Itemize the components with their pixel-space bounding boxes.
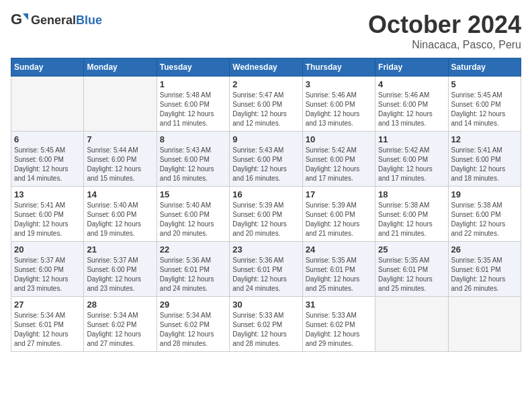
day-info: Sunrise: 5:36 AMSunset: 6:01 PMDaylight:… (160, 256, 226, 293)
day-info: Sunrise: 5:39 AMSunset: 6:00 PMDaylight:… (232, 201, 299, 238)
calendar-week-row: 13Sunrise: 5:41 AMSunset: 6:00 PMDayligh… (11, 187, 521, 242)
calendar-cell (448, 297, 521, 352)
svg-marker-1 (23, 13, 28, 20)
weekday-header-wednesday: Wednesday (230, 58, 302, 77)
day-info: Sunrise: 5:33 AMSunset: 6:02 PMDaylight:… (232, 311, 299, 349)
day-info: Sunrise: 5:38 AMSunset: 6:00 PMDaylight:… (378, 201, 445, 238)
calendar-cell: 27Sunrise: 5:34 AMSunset: 6:01 PMDayligh… (11, 297, 84, 352)
day-info: Sunrise: 5:41 AMSunset: 6:00 PMDaylight:… (14, 201, 81, 238)
day-number: 13 (14, 189, 81, 199)
calendar-week-row: 6Sunrise: 5:45 AMSunset: 6:00 PMDaylight… (11, 132, 521, 187)
weekday-header-monday: Monday (84, 58, 157, 77)
day-number: 21 (87, 244, 153, 255)
calendar-cell: 6Sunrise: 5:45 AMSunset: 6:00 PMDaylight… (11, 132, 84, 187)
day-info: Sunrise: 5:45 AMSunset: 6:00 PMDaylight:… (14, 146, 81, 183)
day-info: Sunrise: 5:34 AMSunset: 6:02 PMDaylight:… (87, 311, 153, 349)
calendar-cell: 31Sunrise: 5:33 AMSunset: 6:02 PMDayligh… (302, 297, 375, 352)
logo-blue-text: Blue (76, 13, 102, 27)
day-number: 11 (378, 134, 445, 144)
day-info: Sunrise: 5:34 AMSunset: 6:02 PMDaylight:… (160, 311, 226, 349)
day-number: 25 (378, 244, 445, 255)
day-info: Sunrise: 5:41 AMSunset: 6:00 PMDaylight:… (451, 146, 518, 183)
calendar-cell: 1Sunrise: 5:48 AMSunset: 6:00 PMDaylight… (157, 77, 229, 132)
day-info: Sunrise: 5:40 AMSunset: 6:00 PMDaylight:… (87, 201, 153, 238)
day-number: 22 (160, 244, 226, 255)
day-info: Sunrise: 5:35 AMSunset: 6:01 PMDaylight:… (451, 256, 518, 293)
day-info: Sunrise: 5:42 AMSunset: 6:00 PMDaylight:… (306, 146, 372, 183)
day-info: Sunrise: 5:48 AMSunset: 6:00 PMDaylight:… (160, 91, 226, 128)
day-number: 3 (306, 79, 372, 89)
day-number: 18 (378, 189, 445, 199)
calendar-cell: 21Sunrise: 5:37 AMSunset: 6:00 PMDayligh… (84, 242, 157, 297)
calendar-cell: 13Sunrise: 5:41 AMSunset: 6:00 PMDayligh… (11, 187, 84, 242)
calendar-cell: 29Sunrise: 5:34 AMSunset: 6:02 PMDayligh… (157, 297, 229, 352)
day-info: Sunrise: 5:34 AMSunset: 6:01 PMDaylight:… (14, 311, 81, 349)
calendar-body: 1Sunrise: 5:48 AMSunset: 6:00 PMDaylight… (11, 77, 521, 352)
weekday-header-thursday: Thursday (302, 58, 375, 77)
calendar-cell: 17Sunrise: 5:39 AMSunset: 6:00 PMDayligh… (302, 187, 375, 242)
calendar-cell: 18Sunrise: 5:38 AMSunset: 6:00 PMDayligh… (375, 187, 448, 242)
calendar-cell: 14Sunrise: 5:40 AMSunset: 6:00 PMDayligh… (84, 187, 157, 242)
day-number: 2 (232, 79, 299, 89)
month-title: October 2024 (368, 11, 521, 39)
day-number: 19 (451, 189, 518, 199)
calendar-cell: 5Sunrise: 5:45 AMSunset: 6:00 PMDaylight… (448, 77, 521, 132)
day-info: Sunrise: 5:47 AMSunset: 6:00 PMDaylight:… (232, 91, 299, 128)
calendar-cell: 30Sunrise: 5:33 AMSunset: 6:02 PMDayligh… (230, 297, 302, 352)
calendar-cell: 25Sunrise: 5:35 AMSunset: 6:01 PMDayligh… (375, 242, 448, 297)
day-number: 5 (451, 79, 518, 89)
calendar-week-row: 20Sunrise: 5:37 AMSunset: 6:00 PMDayligh… (11, 242, 521, 297)
day-number: 30 (232, 300, 299, 310)
calendar-cell: 2Sunrise: 5:47 AMSunset: 6:00 PMDaylight… (230, 77, 302, 132)
calendar-cell: 23Sunrise: 5:36 AMSunset: 6:01 PMDayligh… (230, 242, 302, 297)
day-number: 12 (451, 134, 518, 144)
day-info: Sunrise: 5:44 AMSunset: 6:00 PMDaylight:… (87, 146, 153, 183)
day-number: 10 (306, 134, 372, 144)
day-number: 20 (14, 244, 81, 255)
day-number: 24 (306, 244, 372, 255)
day-number: 9 (232, 134, 299, 144)
calendar-cell: 12Sunrise: 5:41 AMSunset: 6:00 PMDayligh… (448, 132, 521, 187)
day-number: 17 (306, 189, 372, 199)
day-number: 26 (451, 244, 518, 255)
day-info: Sunrise: 5:42 AMSunset: 6:00 PMDaylight:… (378, 146, 445, 183)
calendar-week-row: 27Sunrise: 5:34 AMSunset: 6:01 PMDayligh… (11, 297, 521, 352)
day-info: Sunrise: 5:38 AMSunset: 6:00 PMDaylight:… (451, 201, 518, 238)
calendar-cell: 19Sunrise: 5:38 AMSunset: 6:00 PMDayligh… (448, 187, 521, 242)
calendar-cell (11, 77, 84, 132)
calendar-header: SundayMondayTuesdayWednesdayThursdayFrid… (11, 58, 521, 77)
day-number: 4 (378, 79, 445, 89)
day-number: 7 (87, 134, 153, 144)
page-header: G GeneralBlue October 2024 Ninacaca, Pas… (11, 11, 521, 51)
day-info: Sunrise: 5:33 AMSunset: 6:02 PMDaylight:… (306, 311, 372, 349)
weekday-header-friday: Friday (375, 58, 448, 77)
day-info: Sunrise: 5:36 AMSunset: 6:01 PMDaylight:… (232, 256, 299, 293)
day-info: Sunrise: 5:46 AMSunset: 6:00 PMDaylight:… (306, 91, 372, 128)
location-title: Ninacaca, Pasco, Peru (368, 39, 521, 51)
calendar-cell: 15Sunrise: 5:40 AMSunset: 6:00 PMDayligh… (157, 187, 229, 242)
day-number: 1 (160, 79, 226, 89)
logo-icon: G (11, 11, 30, 30)
calendar-cell: 22Sunrise: 5:36 AMSunset: 6:01 PMDayligh… (157, 242, 229, 297)
calendar-cell: 4Sunrise: 5:46 AMSunset: 6:00 PMDaylight… (375, 77, 448, 132)
calendar-week-row: 1Sunrise: 5:48 AMSunset: 6:00 PMDaylight… (11, 77, 521, 132)
day-number: 14 (87, 189, 153, 199)
day-info: Sunrise: 5:43 AMSunset: 6:00 PMDaylight:… (160, 146, 226, 183)
day-info: Sunrise: 5:45 AMSunset: 6:00 PMDaylight:… (451, 91, 518, 128)
weekday-header-row: SundayMondayTuesdayWednesdayThursdayFrid… (11, 58, 521, 77)
calendar-cell: 7Sunrise: 5:44 AMSunset: 6:00 PMDaylight… (84, 132, 157, 187)
day-info: Sunrise: 5:43 AMSunset: 6:00 PMDaylight:… (232, 146, 299, 183)
day-number: 27 (14, 300, 81, 310)
day-number: 15 (160, 189, 226, 199)
calendar-cell: 10Sunrise: 5:42 AMSunset: 6:00 PMDayligh… (302, 132, 375, 187)
day-info: Sunrise: 5:35 AMSunset: 6:01 PMDaylight:… (306, 256, 372, 293)
logo-general-text: General (31, 13, 76, 27)
day-number: 31 (306, 300, 372, 310)
calendar-cell: 28Sunrise: 5:34 AMSunset: 6:02 PMDayligh… (84, 297, 157, 352)
calendar-cell: 16Sunrise: 5:39 AMSunset: 6:00 PMDayligh… (230, 187, 302, 242)
day-info: Sunrise: 5:37 AMSunset: 6:00 PMDaylight:… (87, 256, 153, 293)
calendar-cell: 24Sunrise: 5:35 AMSunset: 6:01 PMDayligh… (302, 242, 375, 297)
day-number: 6 (14, 134, 81, 144)
calendar-cell (375, 297, 448, 352)
calendar-cell: 11Sunrise: 5:42 AMSunset: 6:00 PMDayligh… (375, 132, 448, 187)
